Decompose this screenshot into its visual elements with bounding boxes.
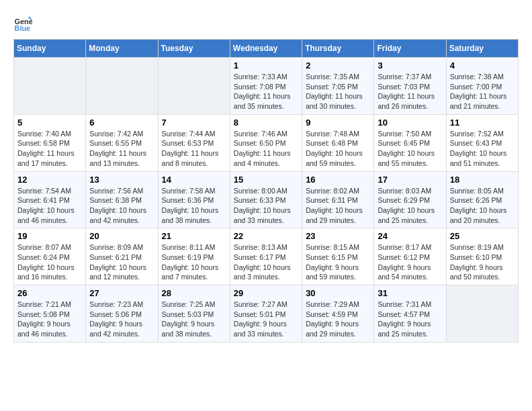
day-info: Sunrise: 8:00 AM Sunset: 6:33 PM Dayligh…	[234, 186, 298, 226]
calendar-cell: 9Sunrise: 7:48 AM Sunset: 6:48 PM Daylig…	[302, 114, 374, 171]
calendar-cell: 18Sunrise: 8:05 AM Sunset: 6:26 PM Dayli…	[446, 171, 518, 228]
page-header: General Blue	[13, 13, 519, 32]
day-info: Sunrise: 8:19 AM Sunset: 6:10 PM Dayligh…	[450, 242, 515, 282]
day-info: Sunrise: 8:09 AM Sunset: 6:21 PM Dayligh…	[89, 242, 154, 282]
calendar-cell: 12Sunrise: 7:54 AM Sunset: 6:41 PM Dayli…	[14, 171, 86, 228]
day-info: Sunrise: 7:33 AM Sunset: 7:08 PM Dayligh…	[234, 72, 298, 111]
calendar-row: 12Sunrise: 7:54 AM Sunset: 6:41 PM Dayli…	[14, 171, 519, 228]
logo: General Blue	[13, 13, 35, 32]
calendar-row: 19Sunrise: 8:07 AM Sunset: 6:24 PM Dayli…	[14, 228, 519, 285]
calendar-cell: 19Sunrise: 8:07 AM Sunset: 6:24 PM Dayli…	[14, 228, 86, 285]
calendar-cell: 14Sunrise: 7:58 AM Sunset: 6:36 PM Dayli…	[158, 171, 230, 228]
calendar-cell	[86, 58, 158, 115]
day-number: 14	[162, 175, 226, 185]
weekday-header: Monday	[86, 40, 158, 58]
weekday-header: Sunday	[14, 40, 86, 58]
day-number: 22	[234, 231, 298, 241]
calendar-cell: 5Sunrise: 7:40 AM Sunset: 6:58 PM Daylig…	[14, 114, 86, 171]
day-info: Sunrise: 7:52 AM Sunset: 6:43 PM Dayligh…	[450, 129, 515, 169]
day-info: Sunrise: 8:05 AM Sunset: 6:26 PM Dayligh…	[450, 186, 515, 226]
day-number: 27	[89, 288, 154, 298]
calendar-cell: 3Sunrise: 7:37 AM Sunset: 7:03 PM Daylig…	[374, 58, 446, 115]
day-number: 9	[306, 118, 370, 128]
day-info: Sunrise: 7:37 AM Sunset: 7:03 PM Dayligh…	[378, 72, 442, 111]
weekday-header: Friday	[374, 40, 446, 58]
weekday-header: Thursday	[302, 40, 374, 58]
day-number: 15	[234, 175, 298, 185]
day-number: 3	[378, 60, 442, 71]
day-number: 16	[306, 175, 370, 185]
calendar-cell: 7Sunrise: 7:44 AM Sunset: 6:53 PM Daylig…	[158, 114, 230, 171]
day-number: 28	[162, 288, 226, 298]
day-number: 5	[17, 118, 82, 128]
calendar-cell: 1Sunrise: 7:33 AM Sunset: 7:08 PM Daylig…	[230, 58, 302, 115]
day-number: 30	[306, 288, 370, 298]
day-number: 19	[17, 231, 82, 241]
day-info: Sunrise: 7:48 AM Sunset: 6:48 PM Dayligh…	[306, 129, 370, 169]
day-info: Sunrise: 8:03 AM Sunset: 6:29 PM Dayligh…	[378, 186, 442, 226]
day-number: 10	[378, 118, 442, 128]
calendar-cell: 15Sunrise: 8:00 AM Sunset: 6:33 PM Dayli…	[230, 171, 302, 228]
day-number: 18	[450, 175, 515, 185]
day-info: Sunrise: 7:21 AM Sunset: 5:08 PM Dayligh…	[17, 300, 82, 339]
calendar-row: 26Sunrise: 7:21 AM Sunset: 5:08 PM Dayli…	[14, 285, 519, 342]
calendar-table: SundayMondayTuesdayWednesdayThursdayFrid…	[13, 39, 519, 342]
calendar-cell: 30Sunrise: 7:29 AM Sunset: 4:59 PM Dayli…	[302, 285, 374, 342]
day-info: Sunrise: 8:17 AM Sunset: 6:12 PM Dayligh…	[378, 242, 442, 282]
calendar-cell: 21Sunrise: 8:11 AM Sunset: 6:19 PM Dayli…	[158, 228, 230, 285]
day-info: Sunrise: 7:50 AM Sunset: 6:45 PM Dayligh…	[378, 129, 442, 169]
day-info: Sunrise: 8:07 AM Sunset: 6:24 PM Dayligh…	[17, 242, 82, 282]
day-info: Sunrise: 7:23 AM Sunset: 5:06 PM Dayligh…	[89, 300, 154, 339]
calendar-cell	[14, 58, 86, 115]
day-info: Sunrise: 7:35 AM Sunset: 7:05 PM Dayligh…	[306, 72, 370, 111]
calendar-cell: 28Sunrise: 7:25 AM Sunset: 5:03 PM Dayli…	[158, 285, 230, 342]
weekday-header: Wednesday	[230, 40, 302, 58]
day-info: Sunrise: 7:54 AM Sunset: 6:41 PM Dayligh…	[17, 186, 82, 226]
day-number: 31	[378, 288, 442, 298]
calendar-cell: 22Sunrise: 8:13 AM Sunset: 6:17 PM Dayli…	[230, 228, 302, 285]
day-number: 6	[89, 118, 154, 128]
day-info: Sunrise: 8:13 AM Sunset: 6:17 PM Dayligh…	[234, 242, 298, 282]
calendar-cell: 27Sunrise: 7:23 AM Sunset: 5:06 PM Dayli…	[86, 285, 158, 342]
day-number: 7	[162, 118, 226, 128]
day-number: 11	[450, 118, 515, 128]
day-info: Sunrise: 7:31 AM Sunset: 4:57 PM Dayligh…	[378, 300, 442, 339]
calendar-cell: 20Sunrise: 8:09 AM Sunset: 6:21 PM Dayli…	[86, 228, 158, 285]
day-number: 29	[234, 288, 298, 298]
calendar-cell: 23Sunrise: 8:15 AM Sunset: 6:15 PM Dayli…	[302, 228, 374, 285]
day-info: Sunrise: 7:44 AM Sunset: 6:53 PM Dayligh…	[162, 129, 226, 169]
day-info: Sunrise: 7:29 AM Sunset: 4:59 PM Dayligh…	[306, 300, 370, 339]
calendar-cell: 17Sunrise: 8:03 AM Sunset: 6:29 PM Dayli…	[374, 171, 446, 228]
day-number: 2	[306, 60, 370, 71]
weekday-header: Saturday	[446, 40, 518, 58]
calendar-cell: 10Sunrise: 7:50 AM Sunset: 6:45 PM Dayli…	[374, 114, 446, 171]
day-info: Sunrise: 7:25 AM Sunset: 5:03 PM Dayligh…	[162, 300, 226, 339]
calendar-cell: 31Sunrise: 7:31 AM Sunset: 4:57 PM Dayli…	[374, 285, 446, 342]
calendar-cell: 4Sunrise: 7:38 AM Sunset: 7:00 PM Daylig…	[446, 58, 518, 115]
calendar-row: 5Sunrise: 7:40 AM Sunset: 6:58 PM Daylig…	[14, 114, 519, 171]
day-info: Sunrise: 7:58 AM Sunset: 6:36 PM Dayligh…	[162, 186, 226, 226]
calendar-cell: 29Sunrise: 7:27 AM Sunset: 5:01 PM Dayli…	[230, 285, 302, 342]
calendar-cell: 25Sunrise: 8:19 AM Sunset: 6:10 PM Dayli…	[446, 228, 518, 285]
calendar-row: 1Sunrise: 7:33 AM Sunset: 7:08 PM Daylig…	[14, 58, 519, 115]
calendar-body: 1Sunrise: 7:33 AM Sunset: 7:08 PM Daylig…	[14, 58, 519, 342]
calendar-cell	[158, 58, 230, 115]
day-number: 24	[378, 231, 442, 241]
svg-text:Blue: Blue	[15, 24, 31, 32]
day-info: Sunrise: 8:15 AM Sunset: 6:15 PM Dayligh…	[306, 242, 370, 282]
day-info: Sunrise: 7:42 AM Sunset: 6:55 PM Dayligh…	[89, 129, 154, 169]
day-number: 17	[378, 175, 442, 185]
day-number: 21	[162, 231, 226, 241]
day-number: 26	[17, 288, 82, 298]
calendar-cell: 11Sunrise: 7:52 AM Sunset: 6:43 PM Dayli…	[446, 114, 518, 171]
day-number: 25	[450, 231, 515, 241]
day-info: Sunrise: 7:38 AM Sunset: 7:00 PM Dayligh…	[450, 72, 515, 111]
calendar-cell: 8Sunrise: 7:46 AM Sunset: 6:50 PM Daylig…	[230, 114, 302, 171]
calendar-cell: 24Sunrise: 8:17 AM Sunset: 6:12 PM Dayli…	[374, 228, 446, 285]
day-info: Sunrise: 7:46 AM Sunset: 6:50 PM Dayligh…	[234, 129, 298, 169]
calendar-cell	[446, 285, 518, 342]
day-info: Sunrise: 8:11 AM Sunset: 6:19 PM Dayligh…	[162, 242, 226, 282]
day-info: Sunrise: 7:56 AM Sunset: 6:38 PM Dayligh…	[89, 186, 154, 226]
day-info: Sunrise: 7:27 AM Sunset: 5:01 PM Dayligh…	[234, 300, 298, 339]
day-number: 8	[234, 118, 298, 128]
